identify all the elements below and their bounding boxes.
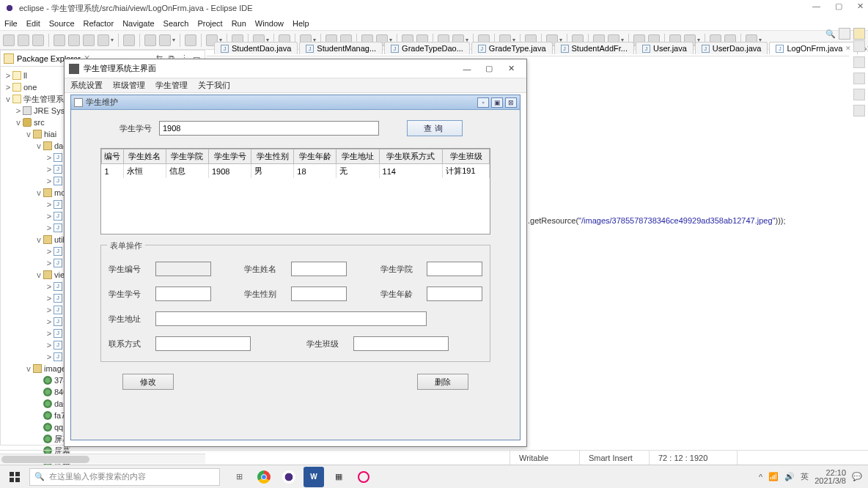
menu-navigate[interactable]: Navigate [122, 19, 154, 28]
editor-tab[interactable]: JGradeTypeDao... [384, 42, 470, 54]
field-addr-input[interactable] [155, 311, 427, 326]
tree-twisty-icon[interactable]: > [45, 316, 54, 328]
internal-close-button[interactable]: ⊠ [505, 97, 517, 108]
dialog-maximize-button[interactable]: ▢ [478, 64, 500, 73]
tree-twisty-icon[interactable]: > [45, 281, 54, 292]
tray-notification-icon[interactable]: 💬 [852, 472, 862, 481]
table-header[interactable]: 学生联系方式 [379, 149, 443, 164]
table-header[interactable]: 学生学院 [166, 149, 208, 164]
rail-icon[interactable] [853, 105, 865, 117]
dialog-minimize-button[interactable]: — [456, 64, 478, 73]
tree-twisty-icon[interactable]: v [14, 117, 23, 128]
tree-twisty-icon[interactable]: > [45, 257, 54, 269]
field-id-input[interactable] [155, 262, 211, 276]
rail-icon[interactable] [853, 73, 865, 84]
tree-twisty-icon[interactable]: > [45, 199, 54, 210]
system-tray[interactable]: ^ 📶 🔊 英 22:10 2021/3/8 💬 [759, 469, 868, 485]
field-sid-input[interactable] [155, 286, 211, 301]
internal-frame-titlebar[interactable]: 学生维护 ▫ ▣ ⊠ [71, 95, 520, 110]
editor-tab[interactable]: JUser.java [636, 42, 694, 54]
window-minimize-button[interactable]: — [812, 1, 820, 11]
field-class-input[interactable] [353, 336, 449, 351]
tray-wifi-icon[interactable]: 📶 [768, 472, 779, 481]
tree-twisty-icon[interactable]: > [45, 304, 54, 316]
toolbar-icon[interactable] [3, 34, 15, 46]
editor-tab[interactable]: JLogOnFrm.java✕ [769, 42, 858, 54]
tree-twisty-icon[interactable]: v [34, 187, 43, 199]
field-sex-input[interactable] [291, 286, 347, 301]
dialog-menu-item[interactable]: 学生管理 [155, 80, 188, 91]
tray-volume-icon[interactable]: 🔊 [784, 472, 795, 481]
toolbar-icon[interactable] [54, 34, 65, 46]
table-header[interactable]: 学生性别 [251, 149, 294, 164]
start-button[interactable] [0, 465, 29, 488]
menu-run[interactable]: Run [232, 19, 246, 28]
tree-twisty-icon[interactable]: > [45, 152, 54, 163]
tree-twisty-icon[interactable]: > [45, 292, 54, 304]
close-icon[interactable]: ✕ [845, 45, 851, 52]
tree-twisty-icon[interactable]: > [45, 339, 54, 351]
modify-button[interactable]: 修改 [122, 374, 174, 390]
tree-twisty-icon[interactable]: v [34, 234, 43, 245]
result-table[interactable]: 编号学生姓名学生学院学生学号学生性别学生年龄学生地址学生联系方式学生班级 1永恒… [100, 148, 490, 234]
table-header[interactable]: 学生学号 [209, 149, 251, 164]
tree-twisty-icon[interactable]: v [34, 269, 43, 281]
toolbar-icon[interactable] [18, 34, 29, 46]
tree-twisty-icon[interactable]: v [34, 140, 43, 152]
toolbar-icon[interactable] [185, 34, 196, 46]
app-icon[interactable]: ▦ [328, 467, 349, 487]
chrome-icon[interactable] [254, 467, 274, 487]
toolbar-icon[interactable] [144, 34, 156, 46]
toolbar-icon[interactable] [123, 34, 135, 46]
tree-twisty-icon[interactable]: > [45, 351, 54, 363]
dialog-close-button[interactable]: ✕ [500, 64, 522, 73]
tree-twisty-icon[interactable]: > [45, 245, 54, 257]
chevron-down-icon[interactable]: ▾ [172, 37, 175, 43]
table-header[interactable]: 学生姓名 [123, 149, 166, 164]
perspective-icon[interactable] [839, 28, 850, 40]
search-icon[interactable]: 🔍 [825, 29, 836, 39]
delete-button[interactable]: 删除 [417, 374, 468, 390]
menu-edit[interactable]: Edit [26, 19, 40, 28]
rail-icon[interactable] [853, 56, 865, 68]
editor-tab[interactable]: JUserDao.java [695, 42, 768, 54]
toolbar-icon[interactable] [32, 34, 44, 46]
table-row[interactable]: 1永恒信息1908男18无114计算191 [102, 164, 490, 179]
field-contact-input[interactable] [155, 336, 251, 351]
internal-iconify-button[interactable]: ▫ [477, 97, 489, 108]
menu-file[interactable]: File [4, 19, 18, 28]
taskbar-search[interactable]: 🔍 在这里输入你要搜索的内容 [29, 468, 220, 486]
dialog-menu-item[interactable]: 班级管理 [113, 80, 145, 91]
dialog-menu-item[interactable]: 关于我们 [198, 80, 230, 91]
word-icon[interactable]: W [304, 467, 324, 487]
table-header[interactable]: 学生年龄 [294, 149, 336, 164]
field-college-input[interactable] [427, 262, 482, 276]
internal-maximize-button[interactable]: ▣ [491, 97, 503, 108]
tree-twisty-icon[interactable]: > [45, 163, 54, 175]
search-button[interactable]: 查询 [407, 120, 463, 136]
editor-tab[interactable]: JStudentAddFr... [554, 42, 634, 54]
tree-twisty-icon[interactable]: v [24, 128, 33, 140]
field-name-input[interactable] [291, 262, 347, 276]
tree-twisty-icon[interactable]: > [45, 222, 54, 234]
tree-twisty-icon[interactable]: > [14, 105, 23, 117]
tray-ime[interactable]: 英 [801, 471, 809, 482]
toolbar-icon[interactable] [98, 34, 109, 46]
rail-icon[interactable] [853, 89, 865, 100]
tree-twisty-icon[interactable]: > [45, 328, 54, 339]
window-maximize-button[interactable]: ▢ [835, 1, 842, 11]
menu-refactor[interactable]: Refactor [84, 19, 114, 28]
toolbar-icon[interactable] [83, 34, 95, 46]
table-header[interactable]: 学生班级 [443, 149, 490, 164]
rail-icon[interactable] [853, 40, 865, 52]
toolbar-icon[interactable] [68, 34, 80, 46]
menu-source[interactable]: Source [49, 19, 75, 28]
tree-twisty-icon[interactable]: > [4, 70, 12, 81]
tree-twisty-icon[interactable]: > [45, 175, 54, 187]
menu-help[interactable]: Help [293, 19, 309, 28]
tree-twisty-icon[interactable]: v [4, 93, 12, 105]
menu-search[interactable]: Search [163, 19, 189, 28]
field-age-input[interactable] [427, 286, 482, 301]
table-header[interactable]: 学生地址 [336, 149, 379, 164]
search-input[interactable] [159, 121, 379, 136]
